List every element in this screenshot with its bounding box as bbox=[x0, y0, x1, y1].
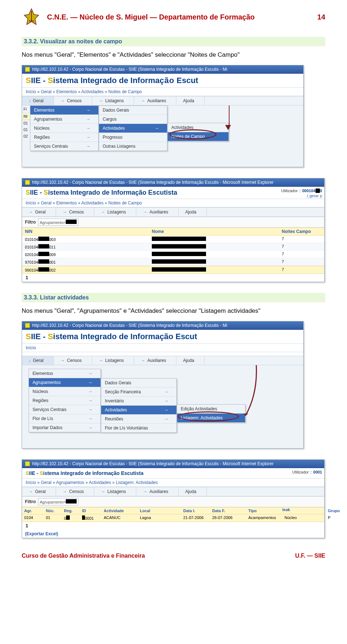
filter-input[interactable]: Agrupamento= bbox=[38, 498, 78, 505]
menuitem-noites-de-campo[interactable]: Noites de Campo bbox=[168, 132, 228, 141]
col-nin[interactable]: NIN bbox=[22, 228, 149, 235]
menuitem-elementos[interactable]: Elementos→ bbox=[29, 369, 100, 378]
menuitem-actividades[interactable]: Actividades→ bbox=[99, 124, 167, 133]
menubar: →Geral →Censos →Listagens →Auxiliares Aj… bbox=[22, 487, 324, 496]
menu-geral[interactable]: →Geral bbox=[22, 487, 56, 496]
col-agr[interactable]: Agr. bbox=[22, 507, 44, 514]
menuitem-agrupamentos[interactable]: Agrupamentos→ bbox=[30, 115, 98, 124]
menuitem-nucleos[interactable]: Núcleos→ bbox=[30, 124, 98, 133]
menu-geral[interactable]: ↓Geral bbox=[22, 356, 54, 365]
window-title: http://82.102.10.42 - Corpo Nacional de … bbox=[32, 461, 274, 466]
menuitem-importar-dados[interactable]: Importar Dados→ bbox=[29, 423, 100, 432]
col-grupo[interactable]: Grupo bbox=[326, 507, 347, 514]
col-id[interactable]: ID bbox=[80, 507, 102, 514]
menuitem-actividades[interactable]: Actividades→ bbox=[101, 406, 176, 415]
menu-censos[interactable]: →Censos bbox=[54, 96, 92, 105]
table-row[interactable]: 010104003 7 bbox=[22, 235, 324, 243]
screenshot-listagem-actividades: http://82.102.10.42 - Corpo Nacional de … bbox=[22, 459, 325, 538]
breadcrumb[interactable]: Início » Geral » Agrupamentos » Activida… bbox=[22, 478, 324, 487]
menu-censos[interactable]: →Censos bbox=[54, 356, 92, 365]
menu-listagens[interactable]: →Listagens bbox=[92, 356, 134, 365]
col-data-i[interactable]: Data I. bbox=[181, 507, 210, 514]
menu-listagens[interactable]: →Listagens bbox=[94, 208, 136, 216]
menuitem-inventario[interactable]: Inventário→ bbox=[101, 397, 176, 406]
menu-listagens[interactable]: →Listagens bbox=[92, 96, 134, 105]
dropdown-geral: Elementos→ Agrupamentos→ Núcleos→ Regiõe… bbox=[30, 105, 99, 151]
dropdown-geral: Elementos→ Agrupamentos→ Núcleos→ Regiõe… bbox=[29, 369, 101, 432]
menuitem-outras-listagens[interactable]: Outras Listagens bbox=[99, 142, 167, 151]
breadcrumb[interactable]: Início bbox=[22, 343, 303, 352]
menu-censos[interactable]: →Censos bbox=[56, 208, 94, 216]
menuitem-agrupamentos[interactable]: Agrupamentos→ bbox=[29, 378, 100, 387]
col-data-f[interactable]: Data F. bbox=[210, 507, 246, 514]
pager[interactable]: 1 bbox=[22, 274, 324, 282]
menuitem-cargos[interactable]: Cargos bbox=[99, 115, 167, 124]
dropdown-elementos: Dados Gerais Cargos Actividades→ Progres… bbox=[99, 105, 167, 151]
col-reg[interactable]: Reg. bbox=[62, 507, 80, 514]
table-header: NIN Nome Noites Campo bbox=[22, 228, 324, 235]
menubar: ↓Geral →Censos →Listagens →Auxiliares Aj… bbox=[22, 96, 303, 105]
footer-right: U.F. — SIIE bbox=[295, 553, 325, 559]
menuitem-actividades-sub[interactable]: Actividades bbox=[168, 123, 228, 132]
menu-ajuda[interactable]: Ajuda bbox=[179, 208, 207, 216]
export-excel-link[interactable]: (Exportar Excel) bbox=[22, 530, 324, 538]
menu-auxiliares[interactable]: →Auxiliares bbox=[134, 356, 176, 365]
col-noites[interactable]: Noites Campo bbox=[279, 228, 324, 235]
col-local[interactable]: Local bbox=[138, 507, 181, 514]
menuitem-nucleos[interactable]: Núcleos→ bbox=[29, 387, 100, 396]
menuitem-servicos-centrais[interactable]: Serviços Centrais→ bbox=[29, 405, 100, 414]
gerar-link[interactable]: ( gerar p bbox=[307, 194, 322, 198]
table-row[interactable]: 010104011 7 bbox=[22, 243, 324, 251]
menu-geral[interactable]: →Geral bbox=[22, 208, 56, 216]
menu-ajuda[interactable]: Ajuda bbox=[176, 96, 205, 105]
menuitem-listagem-actividades[interactable]: Listagem: Actividades bbox=[177, 414, 245, 422]
menuitem-elementos[interactable]: Elementos→ bbox=[30, 106, 98, 115]
menu-geral[interactable]: ↓Geral bbox=[22, 96, 54, 105]
menu-listagens[interactable]: →Listagens bbox=[94, 487, 136, 496]
menuitem-regioes[interactable]: Regiões→ bbox=[29, 396, 100, 405]
chevron-right-icon: → bbox=[86, 108, 90, 113]
menu-auxiliares[interactable]: →Auxiliares bbox=[136, 208, 179, 216]
pager[interactable]: 1 bbox=[22, 522, 324, 530]
menuitem-seccao-financeira[interactable]: Secção Financeira→ bbox=[101, 388, 176, 397]
menuitem-flor-de-lis-voluntarias[interactable]: Flor de Lís Voluntárias bbox=[101, 424, 176, 432]
menuitem-dados-gerais[interactable]: Dados Gerais bbox=[101, 379, 176, 388]
menu-auxiliares[interactable]: →Auxiliares bbox=[136, 487, 179, 496]
nin-header: NI bbox=[22, 113, 30, 120]
row-prefix: 02 bbox=[22, 133, 30, 139]
ie-favicon-icon bbox=[25, 461, 30, 466]
filter-row: Filtro Agrupamento= bbox=[22, 217, 324, 228]
col-tipo[interactable]: Tipo bbox=[246, 507, 282, 514]
table-row[interactable]: 0104 01 0 0001 ACANUC Lagoa 21-07-2006 2… bbox=[22, 514, 324, 522]
menuitem-dados-gerais[interactable]: Dados Gerais bbox=[99, 106, 167, 115]
menubar: →Geral →Censos →Listagens →Auxiliares Aj… bbox=[22, 207, 324, 217]
menu-ajuda[interactable]: Ajuda bbox=[176, 356, 205, 365]
screenshot-menu-listagem-actividades: http://82.102.10.42 - Corpo Nacional de … bbox=[22, 321, 304, 449]
filter-header: Fi bbox=[22, 105, 30, 113]
breadcrumb[interactable]: Início » Geral » Elementos » Actividades… bbox=[22, 199, 324, 207]
menuitem-edicao-actividades[interactable]: Edição Actividades bbox=[177, 405, 245, 414]
menuitem-regioes[interactable]: Regiões→ bbox=[30, 133, 98, 142]
menuitem-progresso[interactable]: Progresso bbox=[99, 133, 167, 142]
col-nuc[interactable]: Núc. bbox=[44, 507, 62, 514]
siie-banner: SIIE - Sistema Integrado de Informação E… bbox=[22, 468, 324, 478]
menu-auxiliares[interactable]: →Auxiliares bbox=[134, 96, 176, 105]
section-body-332: Nos menus "Geral", "Elementos" e "Activi… bbox=[22, 51, 325, 59]
menu-ajuda[interactable]: Ajuda bbox=[179, 487, 207, 496]
table-row[interactable]: 970104001 7 bbox=[22, 258, 324, 266]
breadcrumb[interactable]: Início » Geral » Elementos » Actividades… bbox=[22, 87, 303, 96]
menuitem-flor-de-lis[interactable]: Flor de Lís→ bbox=[29, 414, 100, 423]
window-title: http://82.102.10.42 - Corpo Nacional de … bbox=[32, 67, 227, 72]
menuitem-servicos-centrais[interactable]: Serviços Centrais→ bbox=[30, 142, 98, 151]
col-nome[interactable]: Nome bbox=[149, 228, 279, 235]
col-actividade[interactable]: Actividade bbox=[102, 507, 138, 514]
doc-page-number: 14 bbox=[317, 13, 325, 21]
table-row[interactable]: 020104009 7 bbox=[22, 251, 324, 258]
siie-banner: SIIE - SSIIE - Sistema Integrado de Info… bbox=[22, 74, 303, 87]
ie-favicon-icon bbox=[25, 323, 30, 328]
menuitem-reunioes[interactable]: Reuniões→ bbox=[101, 415, 176, 424]
menu-censos[interactable]: →Censos bbox=[56, 487, 94, 496]
filter-input[interactable]: Agrupamento= bbox=[38, 219, 78, 226]
row-prefix: 01 bbox=[22, 120, 30, 126]
table-row[interactable]: 990104002 7 bbox=[22, 266, 324, 274]
